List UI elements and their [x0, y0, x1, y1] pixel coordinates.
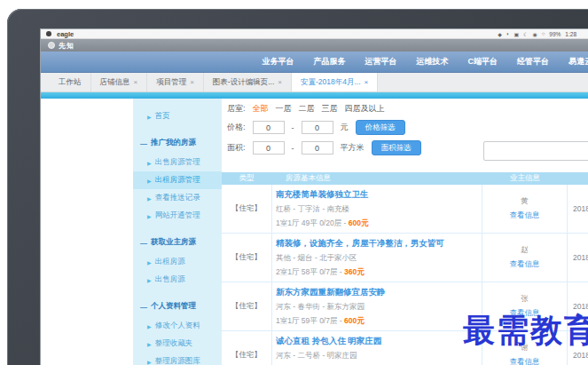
filter-room-label: 居室:: [227, 103, 246, 115]
collapse-icon: —: [140, 139, 147, 147]
owner-name: 赵: [521, 245, 529, 256]
arrow-right-icon: ▶: [147, 213, 152, 219]
listing-title-link[interactable]: 诚心直租 拎包入住 明家庄园: [276, 336, 482, 347]
app-title-bar: 先知: [41, 39, 588, 52]
room-option-3[interactable]: 三居: [322, 103, 338, 115]
room-option-2[interactable]: 二居: [299, 103, 315, 115]
price-dash: -: [292, 123, 294, 132]
status-icon-6[interactable]: ○: [542, 31, 545, 36]
device-screen: eagle ◆ ◗ ▣ ☾ ◉ ○ 99% 1:28 先知 业务平台 产品服务 …: [41, 29, 588, 365]
area-max-input[interactable]: [302, 141, 333, 155]
tab-workstation[interactable]: 工作站: [50, 73, 91, 91]
listing-price: 600元: [349, 218, 369, 227]
room-option-4plus[interactable]: 四居及以上: [345, 103, 385, 115]
status-icon-2[interactable]: ◗: [506, 31, 510, 36]
sidebar-section-profile[interactable]: — 个人资料管理: [133, 296, 222, 317]
header-info: 房源基本信息: [271, 173, 482, 184]
filter-price-label: 价格:: [227, 122, 246, 133]
nav-item-business[interactable]: 业务平台: [263, 56, 294, 67]
area-min-input[interactable]: [253, 141, 285, 155]
sidebar-item-edit-profile[interactable]: ▶ 修改个人资料: [133, 317, 222, 335]
nav-item-cloudmall[interactable]: 易遨云商城: [568, 56, 588, 67]
top-navbar: 业务平台 产品服务 运营平台 运维技术 C端平台 经管平台 易遨云商城: [41, 52, 588, 73]
arrow-right-icon: ▶: [147, 359, 152, 365]
area-unit: 平方米: [341, 142, 365, 154]
status-icon-3[interactable]: ▣: [514, 31, 519, 37]
search-input[interactable]: [483, 141, 588, 161]
sidebar: ▶ 首页 — 推广我的房源 ▶ 出售房源管理 ▶ 出租房源管理 ▶ 查看推: [133, 99, 222, 365]
price-min-input[interactable]: [253, 121, 285, 134]
apple-icon[interactable]: [46, 31, 51, 36]
brand-name: 先知: [59, 41, 74, 51]
listing-price: 360元: [344, 267, 365, 276]
arrow-right-icon: ▶: [147, 160, 152, 166]
listing-title-link[interactable]: 南充楼简单装修独立卫生: [276, 189, 482, 201]
listing-type: 【住宅】: [222, 282, 271, 330]
view-owner-info-link[interactable]: 查看信息: [510, 308, 540, 319]
arrow-right-icon: ▶: [147, 195, 152, 202]
arrow-right-icon: ▶: [147, 114, 152, 120]
nav-item-cside[interactable]: C端平台: [468, 56, 498, 67]
sidebar-item-rent-mgmt[interactable]: ▶ 出租房源管理: [133, 171, 222, 189]
sidebar-section-promote[interactable]: — 推广我的房源: [133, 132, 222, 154]
nav-item-devops[interactable]: 运维技术: [417, 56, 449, 67]
listing-location: 河东 - 春华街 - 新东方家园: [276, 302, 482, 313]
xianzhi-logo-icon: [48, 42, 55, 49]
close-icon[interactable]: ×: [278, 78, 282, 86]
header-type: 类型: [222, 173, 271, 184]
active-app-name[interactable]: eagle: [57, 30, 74, 38]
arrow-right-icon: ▶: [147, 341, 152, 347]
arrow-right-icon: ▶: [147, 277, 152, 283]
tab-project-mgmt[interactable]: 项目管理 ×: [147, 73, 204, 91]
tab-active-2018[interactable]: 安置-2018年4月... ×: [292, 73, 378, 91]
listing-date: 2018: [568, 234, 588, 282]
status-icon-4[interactable]: ☾: [523, 31, 528, 37]
sidebar-item-sell-mgmt[interactable]: ▶ 出售房源管理: [133, 154, 222, 171]
close-icon[interactable]: ×: [134, 78, 138, 86]
listing-title-link[interactable]: 精装修，设施齐全，房屋干净整洁，男女皆可: [276, 238, 482, 250]
table-row: 【住宅】 南充楼简单装修独立卫生 红桥 - 丁字沽 - 南充楼 1室1厅 49平…: [222, 185, 588, 234]
sidebar-section-owner-listings[interactable]: — 获取业主房源: [133, 232, 222, 253]
listing-price: 600元: [344, 316, 365, 325]
price-filter-button[interactable]: 价格筛选: [356, 120, 405, 135]
listing-date: 2018: [568, 185, 588, 233]
menubar-clock[interactable]: 1:28: [565, 31, 576, 37]
sidebar-item-sell-listings[interactable]: ▶ 出售房源: [133, 271, 222, 289]
filter-room-row: 居室: 全部 一居 二居 三居 四居及以上: [222, 100, 588, 117]
price-max-input[interactable]: [302, 121, 333, 134]
price-unit: 元: [341, 122, 349, 133]
status-icon-1[interactable]: ◆: [498, 31, 502, 37]
listing-type: 【住宅】: [222, 331, 271, 365]
panel-header-strip: [41, 92, 588, 99]
sidebar-item-favorites[interactable]: ▶ 整理收藏夹: [133, 335, 222, 353]
page-body: ▶ 首页 — 推广我的房源 ▶ 出售房源管理 ▶ 出租房源管理 ▶ 查看推: [41, 99, 588, 365]
sidebar-item-photo-library[interactable]: ▶ 整理房源图库: [133, 353, 222, 365]
view-owner-info-link[interactable]: 查看信息: [510, 210, 540, 221]
close-icon[interactable]: ×: [190, 78, 194, 86]
nav-item-management[interactable]: 经管平台: [517, 56, 549, 67]
listing-spec: 2室1厅 58平 0/7层 -: [276, 267, 342, 276]
sidebar-item-rent-listings[interactable]: ▶ 出租房源: [133, 253, 222, 271]
nav-item-operation[interactable]: 运营平台: [365, 56, 397, 67]
listing-date: 2018: [568, 282, 588, 330]
nav-item-product[interactable]: 产品服务: [314, 56, 346, 67]
room-option-1[interactable]: 一居: [276, 103, 292, 115]
collapse-icon: —: [140, 303, 147, 311]
table-row: 【住宅】 新东方家园重新翻修宜居安静 河东 - 春华街 - 新东方家园 1室1厅…: [222, 282, 588, 331]
close-icon[interactable]: ×: [365, 78, 369, 86]
listing-title-link[interactable]: 新东方家园重新翻修宜居安静: [276, 287, 482, 298]
tab-shop-info[interactable]: 店铺信息 ×: [91, 73, 148, 91]
listing-spec: 1室1厅 59平 0/7层 -: [276, 316, 342, 325]
sidebar-item-push-records[interactable]: ▶ 查看推送记录: [133, 189, 222, 207]
sidebar-item-home[interactable]: ▶ 首页: [133, 107, 222, 125]
area-filter-button[interactable]: 面积筛选: [372, 140, 421, 155]
left-gutter: [41, 99, 133, 365]
tab-design-editor[interactable]: 图表-设计编辑页... ×: [204, 73, 292, 91]
view-owner-info-link[interactable]: 查看信息: [510, 357, 540, 365]
listings-table: 类型 房源基本信息 业主信息 【住宅】 南充楼简单装修独立卫生 红桥 - 丁字沽…: [222, 172, 588, 365]
listing-type: 【住宅】: [222, 234, 271, 282]
status-icon-5[interactable]: ◉: [532, 31, 537, 37]
sidebar-item-site-mgmt[interactable]: ▶ 网站开通管理: [133, 207, 222, 225]
view-owner-info-link[interactable]: 查看信息: [510, 259, 540, 270]
room-option-all[interactable]: 全部: [253, 103, 269, 115]
